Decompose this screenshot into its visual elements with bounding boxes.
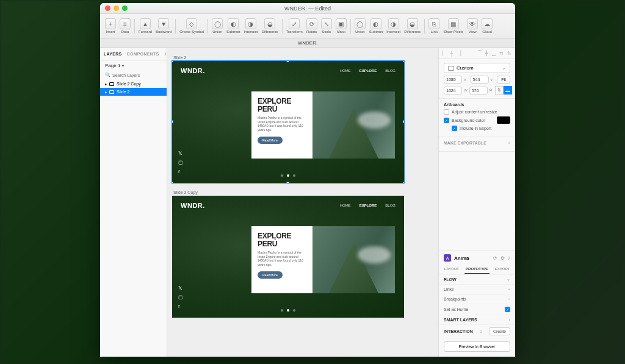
- size-preset-select[interactable]: Custom ⌄: [444, 63, 510, 73]
- page-selector[interactable]: Page 1 ▾: [100, 60, 167, 71]
- dot[interactable]: [281, 309, 283, 312]
- tool-forward[interactable]: ▲Forward: [137, 18, 153, 34]
- set-home-checkbox[interactable]: ✓: [505, 307, 510, 312]
- tool-show-pixels[interactable]: ▦Show Pixels: [442, 18, 464, 34]
- constrain-icon[interactable]: ▬: [504, 86, 512, 95]
- links-row[interactable]: Links: [444, 287, 453, 291]
- artboard[interactable]: WNDR.HOMEEXPLOREBLOGEXPLOREPERÚMachu Pic…: [172, 196, 404, 318]
- document-tab[interactable]: WNDER.: [298, 40, 317, 46]
- read-more-button[interactable]: Read More: [258, 137, 283, 144]
- bg-color-checkbox[interactable]: ✓: [444, 118, 449, 123]
- layer-search[interactable]: [104, 72, 163, 79]
- nav-link[interactable]: HOME: [340, 69, 351, 73]
- plugin-sync-icon[interactable]: ⟳: [493, 255, 497, 261]
- layer-item[interactable]: ▸Slide 2: [100, 88, 167, 96]
- y-input[interactable]: [471, 76, 489, 84]
- align-center-h-icon[interactable]: ┼: [450, 51, 453, 56]
- add-breakpoint-icon[interactable]: +: [508, 297, 510, 301]
- tool-view[interactable]: 👁View: [466, 18, 479, 34]
- minimize-icon[interactable]: [114, 5, 119, 11]
- distribute-v-icon[interactable]: ⇅: [507, 51, 511, 56]
- flow-collapse-icon[interactable]: ⌄: [507, 277, 510, 282]
- artboard-label[interactable]: Slide 2 Copy: [173, 190, 433, 194]
- bg-color-swatch[interactable]: [497, 116, 510, 124]
- artboard-label[interactable]: Slide 2: [173, 55, 433, 60]
- dot[interactable]: [281, 174, 283, 177]
- plugin-tab-layout[interactable]: LAYOUT: [439, 265, 464, 274]
- plugin-settings-icon[interactable]: ⚙: [500, 255, 505, 261]
- tool-rotate[interactable]: ⟳Rotate: [305, 18, 319, 34]
- tool-union[interactable]: ◯Union: [353, 18, 367, 34]
- adjust-content-checkbox[interactable]: [444, 109, 449, 115]
- tool-difference[interactable]: ◒Difference: [403, 18, 422, 34]
- disclosure-triangle-icon[interactable]: ▸: [105, 90, 107, 94]
- tool-subtract[interactable]: ◐Subtract: [225, 18, 241, 34]
- selection-handle[interactable]: [403, 182, 404, 183]
- tab-components[interactable]: COMPONENTS: [127, 52, 159, 56]
- read-more-button[interactable]: Read More: [258, 271, 283, 279]
- nav-link[interactable]: BLOG: [385, 204, 396, 207]
- nav-link[interactable]: HOME: [340, 204, 351, 207]
- layer-item[interactable]: ▸Slide 2 Copy: [100, 80, 167, 88]
- artboard[interactable]: WNDR.HOMEEXPLOREBLOGEXPLOREPERÚMachu Pic…: [172, 61, 404, 183]
- dot[interactable]: [287, 174, 289, 177]
- fullscreen-icon[interactable]: [122, 5, 128, 11]
- create-interaction-button[interactable]: Create: [489, 327, 510, 335]
- instagram-icon[interactable]: ▢: [178, 294, 183, 300]
- add-export-icon[interactable]: +: [508, 141, 510, 145]
- search-input[interactable]: [104, 72, 163, 79]
- tool-mask[interactable]: ▣Mask: [334, 18, 348, 34]
- canvas[interactable]: Slide 2WNDR.HOMEEXPLOREBLOGEXPLOREPERÚMa…: [167, 48, 438, 357]
- dot[interactable]: [287, 309, 289, 312]
- selection-handle[interactable]: [403, 61, 404, 62]
- preview-browser-button[interactable]: Preview in Browser: [444, 341, 510, 352]
- twitter-icon[interactable]: 𝕏: [178, 285, 183, 291]
- distribute-h-icon[interactable]: ⇆: [499, 51, 504, 56]
- fit-button[interactable]: Fit: [497, 76, 510, 84]
- twitter-icon[interactable]: 𝕏: [178, 151, 183, 156]
- set-home-row[interactable]: Set as Home: [444, 307, 468, 312]
- instagram-icon[interactable]: ▢: [178, 160, 183, 165]
- tool-link[interactable]: ⎘Link: [427, 18, 441, 34]
- tool-scale[interactable]: ⤡Scale: [320, 18, 333, 34]
- selection-handle[interactable]: [172, 120, 173, 123]
- disclosure-triangle-icon[interactable]: ▸: [105, 82, 107, 86]
- breakpoints-row[interactable]: Breakpoints: [444, 297, 466, 301]
- align-bottom-icon[interactable]: ▁: [492, 51, 496, 56]
- tool-union[interactable]: ◯Union: [211, 18, 224, 34]
- nav-link[interactable]: BLOG: [385, 69, 396, 73]
- tool-intersect[interactable]: ◑Intersect: [242, 18, 259, 34]
- tool-cloud[interactable]: ☁Cloud: [480, 18, 494, 34]
- tool-difference[interactable]: ◒Difference: [260, 18, 279, 34]
- facebook-icon[interactable]: f: [178, 169, 183, 174]
- nav-link[interactable]: EXPLORE: [359, 204, 377, 207]
- plugin-tab-export[interactable]: EXPORT: [490, 265, 515, 274]
- plugin-help-icon[interactable]: ?: [508, 255, 510, 261]
- selection-handle[interactable]: [172, 182, 173, 183]
- selection-handle[interactable]: [286, 182, 289, 183]
- tool-insert[interactable]: +Insert: [104, 18, 117, 34]
- facebook-icon[interactable]: f: [178, 304, 183, 309]
- align-middle-icon[interactable]: ╋: [485, 51, 488, 56]
- dot[interactable]: [293, 174, 295, 177]
- dot[interactable]: [293, 309, 295, 312]
- align-top-icon[interactable]: ▔: [478, 51, 482, 56]
- align-right-icon[interactable]: ▕: [457, 51, 461, 56]
- x-input[interactable]: [444, 76, 462, 84]
- selection-handle[interactable]: [286, 61, 289, 62]
- tool-subtract[interactable]: ◐Subtract: [368, 18, 384, 34]
- tool-create-symbol[interactable]: ◇Create Symbol: [178, 18, 205, 34]
- tool-transform[interactable]: ⤢Transform: [285, 18, 304, 34]
- tool-intersect[interactable]: ◑Intersect: [385, 18, 402, 34]
- tab-layers[interactable]: LAYERS: [104, 52, 122, 56]
- w-input[interactable]: [444, 87, 462, 95]
- smart-layers-expand-icon[interactable]: ›: [509, 318, 510, 322]
- tool-backward[interactable]: ▼Backward: [154, 18, 173, 34]
- selection-handle[interactable]: [172, 61, 173, 62]
- close-icon[interactable]: [105, 5, 110, 11]
- align-left-icon[interactable]: ▏: [443, 51, 446, 56]
- h-input[interactable]: [469, 87, 488, 95]
- lock-aspect-icon[interactable]: ⇅: [495, 86, 504, 95]
- tool-data[interactable]: ≡Data: [118, 18, 132, 34]
- nav-link[interactable]: EXPLORE: [359, 69, 377, 73]
